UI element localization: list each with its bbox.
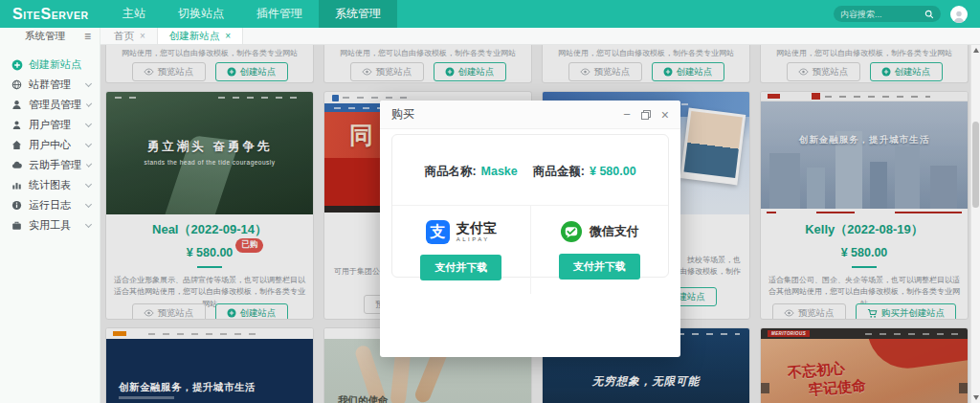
chevron-down-icon	[86, 161, 92, 167]
search-input[interactable]	[840, 10, 924, 19]
wechat-icon	[560, 220, 583, 243]
sidebar-item-run-log[interactable]: 运行日志	[0, 195, 100, 215]
scroll-down-icon[interactable]	[973, 395, 979, 400]
close-icon[interactable]: ×	[225, 31, 231, 41]
scroll-up-icon[interactable]	[973, 48, 979, 53]
top-navigation: 主站 切换站点 插件管理 系统管理	[106, 0, 397, 28]
close-icon[interactable]: ×	[140, 31, 145, 41]
sidebar: 系统管理 ≡ 创建新站点 站群管理 管理员管理 用户管理 用户中心	[0, 28, 100, 403]
dialog-title: 购买	[391, 106, 414, 123]
product-info: 商品名称:Maske 商品金额:¥ 580.00	[392, 164, 668, 180]
sidebar-title: 系统管理	[25, 30, 65, 43]
logo-text: S	[12, 6, 23, 22]
close-icon[interactable]: ×	[661, 107, 669, 123]
tab-create-site[interactable]: 创建新站点 ×	[157, 28, 243, 44]
sidebar-item-statistics[interactable]: 统计图表	[0, 175, 100, 195]
collapse-menu-icon[interactable]: ≡	[84, 30, 91, 43]
minimize-icon[interactable]: −	[623, 110, 631, 120]
chevron-down-icon	[85, 221, 92, 228]
person-icon	[951, 10, 967, 23]
maximize-icon[interactable]	[641, 110, 651, 120]
briefcase-icon	[11, 220, 23, 232]
sidebar-item-admin-manage[interactable]: 管理员管理	[0, 95, 100, 115]
dialog-body: 商品名称:Maske 商品金额:¥ 580.00 支 支付宝 ALIPAY 支付…	[391, 134, 669, 278]
vertical-scrollbar[interactable]	[970, 45, 980, 403]
chevron-down-icon	[85, 121, 92, 127]
users-icon	[11, 120, 23, 131]
chart-icon	[11, 180, 23, 191]
tab-home[interactable]: 首页 ×	[102, 28, 157, 44]
admin-icon	[11, 100, 23, 111]
search-box[interactable]	[834, 6, 941, 22]
wechat-option: 微信支付 支付并下载	[530, 206, 669, 294]
product-name-label: 商品名称:	[424, 165, 476, 178]
sidebar-item-cloud-assistant[interactable]: 云助手管理	[0, 155, 100, 175]
dialog-titlebar: 购买 − ×	[380, 101, 680, 129]
alipay-logo: 支 支付宝 ALIPAY	[426, 220, 497, 244]
avatar[interactable]	[950, 6, 968, 23]
chevron-down-icon	[85, 80, 92, 87]
info-icon	[11, 200, 23, 212]
nav-plugin-manage[interactable]: 插件管理	[240, 0, 319, 28]
home-icon	[11, 140, 23, 151]
tab-bar: 首页 × 创建新站点 ×	[100, 28, 980, 45]
nav-system-manage[interactable]: 系统管理	[319, 0, 397, 28]
topbar: SITESERVER 主站 切换站点 插件管理 系统管理	[0, 0, 980, 28]
cloud-icon	[11, 160, 23, 171]
product-amount-value: ¥ 580.00	[590, 165, 636, 178]
sidebar-item-site-group[interactable]: 站群管理	[0, 75, 100, 95]
wechat-pay-logo: 微信支付	[560, 220, 639, 243]
alipay-pay-download-button[interactable]: 支付并下载	[420, 255, 501, 280]
product-amount-label: 商品金额:	[533, 165, 585, 178]
sidebar-item-user-center[interactable]: 用户中心	[0, 135, 100, 155]
chevron-down-icon	[85, 201, 92, 208]
app-logo[interactable]: SITESERVER	[0, 6, 100, 23]
scrollbar-thumb[interactable]	[972, 122, 979, 208]
search-icon	[924, 10, 934, 19]
nav-switch-site[interactable]: 切换站点	[162, 0, 240, 28]
chevron-down-icon	[85, 181, 92, 188]
sidebar-item-user-manage[interactable]: 用户管理	[0, 115, 100, 135]
alipay-icon: 支	[426, 220, 450, 244]
wechat-pay-download-button[interactable]: 支付并下载	[559, 254, 640, 280]
plus-circle-icon	[11, 59, 23, 71]
sidebar-item-create-site[interactable]: 创建新站点	[0, 55, 100, 75]
topbar-right	[834, 6, 980, 23]
purchase-dialog: 购买 − × 商品名称:Maske 商品金额:¥ 580.00 支 支付宝 AL…	[380, 101, 680, 357]
chevron-down-icon	[85, 141, 92, 147]
nav-main-site[interactable]: 主站	[106, 0, 162, 28]
product-name-value: Maske	[481, 165, 518, 178]
sites-icon	[11, 79, 23, 91]
chevron-down-icon	[86, 101, 92, 106]
sidebar-item-utilities[interactable]: 实用工具	[0, 215, 100, 235]
alipay-option: 支 支付宝 ALIPAY 支付并下载	[392, 206, 530, 294]
